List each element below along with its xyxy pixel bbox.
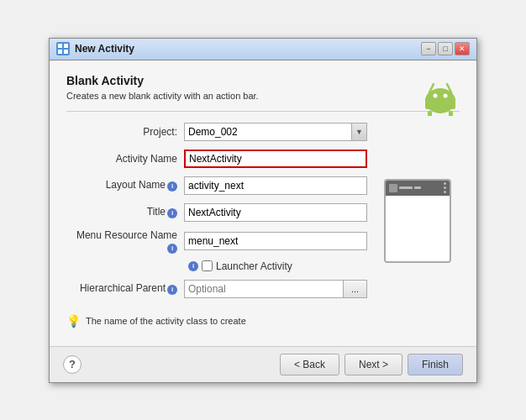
title-info-icon: i	[167, 208, 177, 218]
launcher-checkbox[interactable]	[202, 260, 213, 271]
back-button[interactable]: < Back	[280, 354, 339, 375]
section-description: Creates a new blank activity with an act…	[66, 91, 460, 101]
phone-preview	[384, 179, 451, 263]
section-header: Blank Activity Creates a new blank activ…	[66, 74, 460, 101]
android-logo	[419, 74, 461, 116]
close-button[interactable]: ✕	[455, 42, 470, 55]
menu-info-icon: i	[167, 244, 177, 254]
dropdown-arrow-icon: ▼	[352, 123, 367, 141]
next-button[interactable]: Next >	[345, 354, 402, 375]
phone-dot-2	[414, 186, 421, 189]
activity-name-label: Activity Name	[66, 153, 184, 165]
hierarchical-parent-row: Hierarchical Parenti ...	[66, 279, 367, 299]
main-area: Project: Demo_002 ▼ Activity Name	[66, 122, 460, 333]
svg-rect-11	[64, 50, 68, 54]
launcher-info-icon: i	[188, 261, 198, 271]
footer: ? < Back Next > Finish	[50, 346, 476, 382]
layout-name-row: Layout Namei	[66, 176, 367, 196]
minimize-button[interactable]: −	[421, 42, 436, 55]
phone-menu-icon	[389, 184, 397, 192]
menu-resource-input[interactable]	[184, 232, 367, 250]
menu-resource-row: Menu Resource Namei	[66, 229, 367, 254]
project-row: Project: Demo_002 ▼	[66, 122, 367, 142]
section-title: Blank Activity	[66, 74, 460, 87]
launcher-row: i Launcher Activity	[66, 260, 367, 272]
window-icon	[56, 42, 70, 55]
hierarchical-parent-input[interactable]	[184, 280, 344, 298]
window-title: New Activity	[75, 43, 134, 55]
svg-rect-10	[58, 50, 62, 54]
footer-right: < Back Next > Finish	[280, 354, 463, 375]
project-select-wrapper: Demo_002 ▼	[184, 123, 367, 141]
svg-rect-8	[58, 44, 62, 48]
project-select[interactable]: Demo_002	[184, 123, 352, 141]
title-row: Titlei	[66, 202, 367, 223]
layout-name-input[interactable]	[184, 176, 367, 195]
hint-area: 💡 The name of the activity class to crea…	[66, 309, 367, 333]
menu-resource-label: Menu Resource Namei	[66, 229, 184, 254]
svg-point-2	[434, 93, 438, 97]
activity-name-input[interactable]	[184, 150, 367, 168]
title-input[interactable]	[184, 203, 367, 222]
form-area: Project: Demo_002 ▼ Activity Name	[66, 122, 367, 333]
hierarchical-parent-label: Hierarchical Parenti	[66, 282, 184, 295]
restore-button[interactable]: □	[438, 42, 453, 55]
launcher-label: Launcher Activity	[216, 260, 292, 272]
title-bar: New Activity − □ ✕	[50, 39, 476, 60]
help-button[interactable]: ?	[63, 355, 82, 374]
phone-more-dots	[444, 182, 446, 193]
layout-name-label: Layout Namei	[66, 179, 184, 192]
footer-left: ?	[63, 355, 82, 374]
phone-body	[386, 196, 450, 263]
hint-bulb-icon: 💡	[66, 314, 81, 328]
svg-point-3	[444, 93, 448, 97]
svg-rect-4	[428, 111, 432, 116]
phone-top-bar	[386, 181, 450, 196]
hierarchical-info-icon: i	[167, 285, 177, 295]
main-window: New Activity − □ ✕ Blank Activity Create…	[49, 38, 477, 383]
window-controls: − □ ✕	[421, 42, 470, 55]
hint-text: The name of the activity class to create	[86, 316, 246, 326]
phone-title-dots	[399, 186, 442, 189]
browse-button[interactable]: ...	[344, 280, 367, 298]
project-label: Project:	[66, 126, 184, 138]
section-divider	[66, 111, 460, 112]
activity-name-row: Activity Name	[66, 149, 367, 169]
preview-area	[376, 164, 460, 333]
svg-rect-9	[64, 44, 68, 48]
svg-rect-1	[425, 97, 455, 109]
title-label: Titlei	[66, 206, 184, 218]
phone-dot-1	[399, 186, 413, 189]
svg-rect-5	[449, 111, 453, 116]
layout-info-icon: i	[167, 181, 177, 192]
finish-button[interactable]: Finish	[408, 354, 463, 375]
content-area: Blank Activity Creates a new blank activ…	[50, 60, 476, 346]
